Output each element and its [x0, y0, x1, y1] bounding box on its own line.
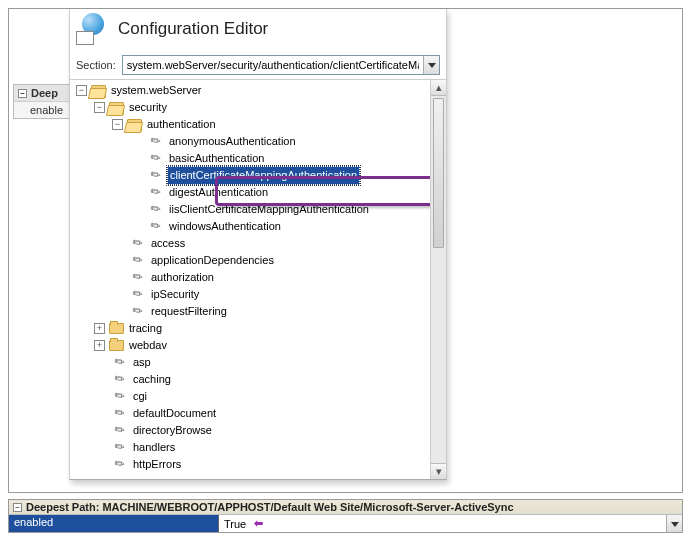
tree-node-leaf[interactable]: ✎ applicationDependencies [72, 252, 430, 269]
tree-node-leaf[interactable]: ✎ httpErrors [72, 456, 430, 473]
expander-plus-icon[interactable]: + [94, 340, 105, 351]
folder-closed-icon [108, 339, 124, 353]
tree-label: caching [131, 371, 173, 388]
collapse-icon[interactable]: − [13, 503, 22, 512]
folder-closed-icon [108, 322, 124, 336]
tree-label: iisClientCertificateMappingAuthenticatio… [167, 201, 371, 218]
tree-node-clientcertmapping[interactable]: ✎ clientCertificateMappingAuthentication [72, 167, 430, 184]
pencil-icon: ✎ [130, 288, 146, 302]
svg-marker-0 [428, 63, 436, 68]
tree-node-leaf[interactable]: ✎ requestFiltering [72, 303, 430, 320]
pencil-icon: ✎ [148, 169, 164, 183]
expander-minus-icon[interactable]: − [94, 102, 105, 113]
tree-label: requestFiltering [149, 303, 229, 320]
pencil-icon: ✎ [148, 220, 164, 234]
deepest-path-label: Deepest Path: [26, 501, 99, 513]
tree-node-leaf[interactable]: ✎ basicAuthentication [72, 150, 430, 167]
scroll-up-icon[interactable]: ▴ [431, 80, 446, 96]
pencil-icon: ✎ [112, 390, 128, 404]
property-name-enabled[interactable]: enabled [9, 515, 219, 532]
pencil-icon: ✎ [112, 356, 128, 370]
expander-minus-icon[interactable]: − [76, 85, 87, 96]
expander-plus-icon[interactable]: + [94, 323, 105, 334]
tree-label: httpErrors [131, 456, 183, 473]
tree-label: system.webServer [109, 82, 203, 99]
property-value-cell[interactable]: True ⬅ [219, 515, 682, 532]
pencil-icon: ✎ [112, 424, 128, 438]
tree-node-systemwebserver[interactable]: − system.webServer [72, 82, 430, 99]
tree-label: anonymousAuthentication [167, 133, 298, 150]
pencil-icon: ✎ [148, 186, 164, 200]
property-value: True [224, 518, 246, 530]
collapse-icon[interactable]: − [18, 89, 27, 98]
config-editor-panel: Configuration Editor Section: − system.w… [69, 9, 447, 480]
pencil-icon: ✎ [148, 135, 164, 149]
pencil-icon: ✎ [130, 254, 146, 268]
tree-label: authorization [149, 269, 216, 286]
folder-open-icon [108, 101, 124, 115]
pencil-icon: ✎ [112, 373, 128, 387]
tree-label: windowsAuthentication [167, 218, 283, 235]
tree-node-leaf[interactable]: ✎ caching [72, 371, 430, 388]
tree-label: digestAuthentication [167, 184, 270, 201]
tree-node-security[interactable]: − security [72, 99, 430, 116]
deepest-path-panel: − Deepest Path: MACHINE/WEBROOT/APPHOST/… [8, 499, 683, 533]
section-tree[interactable]: − system.webServer − security − authenti… [70, 80, 430, 479]
tree-node-leaf[interactable]: ✎ asp [72, 354, 430, 371]
section-label: Section: [76, 59, 116, 71]
folder-open-icon [90, 84, 106, 98]
tree-node-leaf[interactable]: ✎ ipSecurity [72, 286, 430, 303]
svg-marker-1 [671, 522, 679, 527]
tree-node-leaf[interactable]: ✎ digestAuthentication [72, 184, 430, 201]
tree-label: tracing [127, 320, 164, 337]
tree-node-leaf[interactable]: ✎ anonymousAuthentication [72, 133, 430, 150]
tree-node-leaf[interactable]: ✎ defaultDocument [72, 405, 430, 422]
expander-minus-icon[interactable]: − [112, 119, 123, 130]
tree-label: ipSecurity [149, 286, 201, 303]
bg-grid-title: Deep [31, 87, 58, 99]
annotation-arrow-icon: ⬅ [254, 517, 263, 530]
tree-label: authentication [145, 116, 218, 133]
tree-label: webdav [127, 337, 169, 354]
section-combobox[interactable] [122, 55, 440, 75]
tree-node-authentication[interactable]: − authentication [72, 116, 430, 133]
tree-node-leaf[interactable]: ✎ access [72, 235, 430, 252]
pencil-icon: ✎ [112, 441, 128, 455]
tree-label: handlers [131, 439, 177, 456]
tree-label: defaultDocument [131, 405, 218, 422]
tree-node-leaf[interactable]: ✎ windowsAuthentication [72, 218, 430, 235]
pencil-icon: ✎ [148, 152, 164, 166]
scroll-thumb[interactable] [433, 98, 444, 248]
tree-node-webdav[interactable]: + webdav [72, 337, 430, 354]
scroll-down-icon[interactable]: ▾ [431, 463, 446, 479]
section-input[interactable] [123, 56, 423, 74]
tree-label: basicAuthentication [167, 150, 266, 167]
tree-node-leaf[interactable]: ✎ handlers [72, 439, 430, 456]
pencil-icon: ✎ [130, 305, 146, 319]
tree-label-selected: clientCertificateMappingAuthentication [167, 166, 360, 185]
pencil-icon: ✎ [148, 203, 164, 217]
section-dropdown-button[interactable] [423, 56, 439, 74]
tree-node-leaf[interactable]: ✎ authorization [72, 269, 430, 286]
tree-label: directoryBrowse [131, 422, 214, 439]
pencil-icon: ✎ [112, 407, 128, 421]
config-editor-icon [76, 13, 108, 45]
tree-label: access [149, 235, 187, 252]
page-title: Configuration Editor [118, 19, 268, 39]
tree-label: cgi [131, 388, 149, 405]
pencil-icon: ✎ [130, 271, 146, 285]
deepest-path-value: MACHINE/WEBROOT/APPHOST/Default Web Site… [102, 501, 513, 513]
tree-node-tracing[interactable]: + tracing [72, 320, 430, 337]
tree-node-leaf[interactable]: ✎ directoryBrowse [72, 422, 430, 439]
pencil-icon: ✎ [112, 458, 128, 472]
tree-label: applicationDependencies [149, 252, 276, 269]
tree-node-leaf[interactable]: ✎ cgi [72, 388, 430, 405]
folder-open-icon [126, 118, 142, 132]
tree-scrollbar[interactable]: ▴ ▾ [430, 80, 446, 479]
tree-node-leaf[interactable]: ✎ iisClientCertificateMappingAuthenticat… [72, 201, 430, 218]
property-dropdown-button[interactable] [666, 515, 682, 532]
tree-label: security [127, 99, 169, 116]
pencil-icon: ✎ [130, 237, 146, 251]
tree-label: asp [131, 354, 153, 371]
